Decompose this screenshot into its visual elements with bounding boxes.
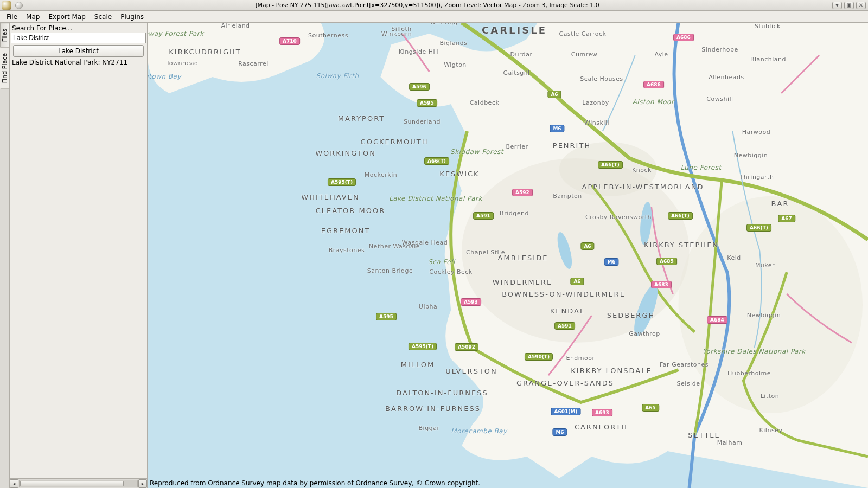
place-label: Alston Moor — [633, 98, 674, 106]
place-label: Winskill — [584, 119, 609, 126]
tab-find-place[interactable]: Find Place — [0, 47, 9, 89]
place-label: Winkburn — [381, 30, 412, 37]
place-label: KIRKBY LONSDALE — [571, 367, 652, 375]
place-label: KESWICK — [439, 170, 479, 178]
workspace: Files Find Place Search For Place... Lak… — [0, 23, 868, 488]
place-label: DALTON-IN-FURNESS — [396, 389, 488, 397]
place-label: Hubberholme — [727, 370, 771, 377]
road-shield: M6 — [604, 258, 618, 266]
maximize-button[interactable]: ▣ — [844, 2, 854, 9]
road-shield: A66(T) — [746, 224, 771, 232]
road-shield: A710 — [279, 37, 300, 45]
place-label: ULVERSTON — [445, 367, 497, 375]
road-shield: A66(T) — [598, 161, 623, 169]
place-label: Crosby Ravensworth — [585, 214, 652, 221]
place-label: BAR — [771, 200, 789, 208]
place-label: Malham — [717, 439, 743, 446]
place-label: Kilnsey — [760, 427, 783, 434]
place-label: Blanchland — [750, 56, 786, 63]
scroll-thumb[interactable] — [20, 481, 124, 486]
place-label: Townhead — [166, 60, 198, 67]
tab-files[interactable]: Files — [0, 23, 9, 48]
road-shield: A595(T) — [409, 343, 437, 350]
road-shield: A686 — [643, 81, 664, 88]
scroll-track[interactable] — [19, 480, 138, 487]
place-label: WORKINGTON — [315, 149, 376, 157]
road-shield: A596 — [409, 83, 430, 91]
place-label: Gaitsgill — [503, 69, 529, 76]
window-menu-icon[interactable] — [15, 2, 23, 9]
place-label: Biglands — [439, 40, 467, 47]
road-shield: A684 — [707, 316, 727, 324]
road-shield: A590(T) — [525, 353, 553, 361]
road-shield: A591 — [473, 212, 494, 220]
place-label: Harwood — [742, 129, 770, 136]
place-label: Castle Carrock — [559, 30, 607, 37]
place-label: WINDERMERE — [493, 278, 552, 286]
place-label: Newbiggin — [734, 152, 768, 159]
menubar: File Map Export Map Scale Plugins — [0, 11, 868, 23]
place-label: Stublick — [755, 23, 781, 30]
road-shield: A6 — [580, 242, 594, 250]
place-label: Newbiggin — [747, 312, 781, 319]
place-label: Lazonby — [582, 99, 609, 106]
place-label: Nether Wasdale — [369, 243, 420, 250]
place-label: Airieland — [221, 23, 250, 29]
place-label: Rascarrel — [238, 60, 269, 67]
place-label: Cumrew — [571, 51, 597, 58]
road-shield: A595 — [417, 99, 437, 107]
search-input[interactable] — [11, 33, 146, 43]
place-label: Gawthrop — [629, 330, 660, 337]
road-shield: A595 — [376, 313, 397, 320]
close-button[interactable]: ✕ — [856, 2, 866, 9]
place-label: SETTLE — [688, 431, 720, 439]
search-result-dropdown[interactable]: Lake District — [13, 45, 144, 57]
side-tabs: Files Find Place — [0, 23, 10, 488]
scroll-left-icon[interactable]: ◂ — [10, 479, 18, 488]
place-label: Skiddaw Forest — [450, 148, 503, 156]
place-label: Sunderland — [404, 118, 441, 125]
place-label: EGREMONT — [321, 227, 371, 235]
place-label: Knock — [632, 166, 652, 174]
place-label: KIRKCUDBRIGHT — [169, 48, 241, 56]
menu-file[interactable]: File — [2, 12, 22, 22]
minimize-button[interactable]: ▾ — [832, 2, 842, 9]
place-label: Wigton — [444, 61, 467, 68]
place-label: BOWNESS-ON-WINDERMERE — [502, 290, 626, 298]
sidebar-hscrollbar[interactable]: ◂ ▸ — [10, 478, 147, 488]
menu-scale[interactable]: Scale — [90, 12, 116, 22]
menu-plugins[interactable]: Plugins — [116, 12, 148, 22]
place-label: Ayle — [654, 51, 668, 58]
road-shield: A65 — [642, 404, 659, 412]
place-label: SEDBERGH — [607, 311, 655, 319]
place-label: Southerness — [308, 32, 348, 39]
place-label: Cockley Beck — [429, 268, 472, 275]
java-icon — [2, 1, 11, 10]
place-label: Biggar — [419, 425, 440, 432]
menu-map[interactable]: Map — [22, 12, 44, 22]
window-titlebar: JMap - Pos: NY 275 115(java.awt.Point[x=… — [0, 0, 868, 11]
place-label: Santon Bridge — [367, 267, 413, 274]
map-attribution: Reproduced from Ordnance Survey map data… — [150, 479, 480, 487]
scroll-right-icon[interactable]: ▸ — [138, 479, 147, 488]
place-label: Allenheads — [709, 74, 744, 81]
place-label: Litton — [761, 393, 780, 400]
place-label: Lune Forest — [680, 164, 721, 171]
place-label: CARLISLE — [482, 24, 547, 36]
place-label: Bridgend — [500, 210, 529, 217]
place-label: Caldbeck — [470, 99, 500, 106]
menu-export-map[interactable]: Export Map — [44, 12, 90, 22]
road-shield: A6 — [547, 91, 561, 98]
place-label: Galloway Forest Park — [148, 30, 204, 37]
place-label: Muker — [755, 262, 775, 269]
place-label: KENDAL — [550, 307, 585, 315]
place-label: WHITEHAVEN — [301, 193, 359, 201]
map-canvas[interactable]: CARLISLEKIRKCUDBRIGHTGalloway Forest Par… — [148, 23, 868, 488]
window-title: JMap - Pos: NY 275 115(java.awt.Point[x=… — [23, 2, 832, 9]
road-shield: A6 — [570, 278, 584, 285]
place-label: Solway Firth — [316, 72, 359, 80]
place-label: Morecambe Bay — [451, 427, 507, 435]
place-label: Thringarth — [740, 174, 774, 181]
place-label: Bampton — [553, 192, 582, 200]
place-label: Far Gearstones — [660, 361, 709, 368]
